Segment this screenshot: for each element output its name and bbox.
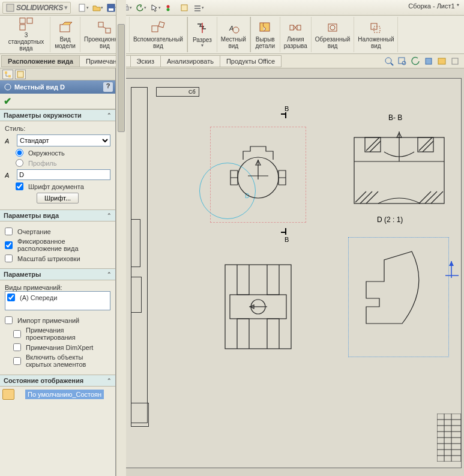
properties-button[interactable] [178, 2, 191, 14]
section-mark-b-bottom: B [285, 236, 289, 243]
broken-out-icon [259, 22, 272, 34]
design-anno-checkbox[interactable] [13, 330, 21, 338]
view-axis-icon [444, 259, 462, 283]
help-button[interactable]: ? [103, 82, 113, 92]
ribbon-detail-view[interactable]: AМестный вид [217, 17, 250, 52]
svg-rect-10 [194, 8, 200, 9]
solidworks-icon [5, 3, 15, 13]
three-views-icon [19, 17, 34, 31]
scrollbar-thumb[interactable] [118, 24, 125, 132]
ribbon-section-view[interactable]: Разрез▾ [187, 17, 217, 52]
hatch-scale-checkbox[interactable] [5, 255, 13, 262]
drawing-sheet[interactable]: Сб B B D B- B D (2 : 1) [125, 78, 462, 468]
undo-icon [136, 4, 144, 12]
options-icon [193, 4, 202, 12]
outline-checkbox[interactable] [5, 227, 13, 235]
rebuild-icon [166, 4, 174, 11]
radio-profile[interactable] [16, 159, 23, 167]
property-header: Местный вид D ? [0, 80, 115, 94]
hide-show-button[interactable] [450, 56, 460, 67]
svg-line-32 [391, 63, 393, 65]
open-file-button[interactable]: ▾ [91, 2, 104, 14]
radio-circle[interactable] [16, 149, 23, 157]
select-button[interactable]: ▾ [149, 2, 162, 14]
menu-chevron-icon[interactable]: ▾ [64, 4, 68, 11]
confirm-row: ✔ [0, 94, 115, 109]
display-style-button[interactable] [436, 56, 447, 67]
collapse-icon: ⌃ [107, 112, 112, 118]
dimxpert-checkbox[interactable] [13, 343, 21, 351]
import-anno-checkbox[interactable] [5, 316, 13, 324]
svg-rect-1 [79, 4, 85, 11]
display-state-header[interactable]: Состояние отображения⌃ [0, 375, 115, 387]
panel-scrollbar[interactable] [116, 0, 126, 476]
svg-rect-12 [20, 18, 25, 23]
circle-params-header[interactable]: Параметры окружности⌃ [0, 110, 115, 121]
params-header[interactable]: Параметры⌃ [0, 269, 115, 280]
hidden-obj-checkbox[interactable] [13, 357, 21, 365]
display-state-item[interactable]: По умолчанию_Состоян [25, 390, 104, 399]
command-tabs: Расположение вида Примечание Эскиз Анали… [0, 54, 464, 68]
doc-font-checkbox[interactable] [16, 182, 23, 190]
svg-rect-33 [399, 58, 405, 64]
collapse-icon: ⌃ [107, 271, 112, 277]
detail-style-icon: A [5, 136, 14, 145]
front-view-checkbox[interactable] [7, 294, 15, 301]
section-circle-params: Параметры окружности⌃ Стиль: A Стандарт … [0, 109, 115, 209]
ok-button[interactable]: ✔ [4, 95, 11, 107]
ribbon-broken-out[interactable]: Вырыв детали [250, 17, 280, 52]
font-button[interactable]: Шрифт... [37, 193, 79, 203]
zoom-fit-button[interactable] [384, 56, 394, 67]
property-manager-tab[interactable] [15, 70, 26, 79]
ribbon-crop-view[interactable]: Обрезанный вид [312, 17, 354, 52]
svg-rect-35 [426, 58, 432, 64]
section-view-button[interactable] [423, 56, 434, 67]
style-combo[interactable]: Стандарт [17, 134, 110, 146]
ribbon: 3 стандартных вида Вид модели Проекционн… [0, 16, 464, 54]
prev-view-button[interactable] [410, 56, 421, 67]
tab-view-layout[interactable]: Расположение вида [1, 55, 80, 67]
svg-rect-17 [106, 28, 110, 33]
svg-rect-11 [194, 10, 200, 11]
tab-sketch[interactable]: Эскиз [130, 55, 161, 67]
part-view-bb [348, 125, 450, 215]
view-params-header[interactable]: Параметры вида⌃ [0, 210, 115, 221]
svg-rect-36 [438, 58, 445, 64]
property-manager-panel: Местный вид D ? ✔ Параметры окружности⌃ … [0, 68, 116, 476]
display-style-icon [437, 56, 447, 66]
svg-line-62 [431, 191, 443, 203]
new-file-button[interactable]: ▾ [77, 2, 90, 14]
section-view-icon [424, 56, 433, 66]
collapse-icon: ⌃ [107, 378, 112, 384]
svg-rect-15 [60, 25, 70, 32]
label-icon: A [5, 170, 14, 179]
tab-evaluate[interactable]: Анализировать [160, 55, 220, 67]
rebuild-button[interactable] [163, 2, 176, 14]
ribbon-alternate-position[interactable]: Наложенный вид [354, 17, 398, 52]
app-name: SOLIDWORKS [16, 4, 63, 12]
undo-button[interactable]: ▾ [134, 2, 148, 14]
options-button[interactable]: ▾ [192, 2, 205, 14]
detail-view-icon: A [227, 21, 240, 34]
crop-icon [326, 22, 339, 34]
feature-title: Местный вид D [14, 83, 65, 91]
fixed-position-checkbox[interactable] [5, 241, 13, 249]
svg-point-7 [166, 8, 169, 11]
svg-text:A: A [5, 137, 9, 145]
anno-types-list[interactable]: (А) Спереди [5, 291, 110, 310]
feature-manager-tab[interactable] [2, 70, 13, 79]
detail-name-input[interactable] [17, 169, 110, 180]
ribbon-model-view[interactable]: Вид модели [50, 17, 80, 52]
zoom-area-button[interactable] [397, 56, 408, 67]
svg-line-57 [355, 191, 366, 202]
alternate-pos-icon [369, 22, 382, 34]
graphics-area[interactable]: Сб B B D B- B D (2 : 1) [116, 68, 464, 476]
svg-rect-9 [194, 5, 200, 7]
save-icon [107, 4, 115, 12]
svg-rect-13 [27, 18, 32, 23]
ribbon-break-line[interactable]: Линия разрыва [280, 17, 312, 52]
ribbon-3-standard-views[interactable]: 3 стандартных вида [2, 17, 50, 52]
ribbon-auxiliary-view[interactable]: Вспомогательный вид [130, 17, 187, 52]
tab-office-products[interactable]: Продукты Office [220, 55, 282, 67]
svg-rect-20 [158, 22, 164, 28]
